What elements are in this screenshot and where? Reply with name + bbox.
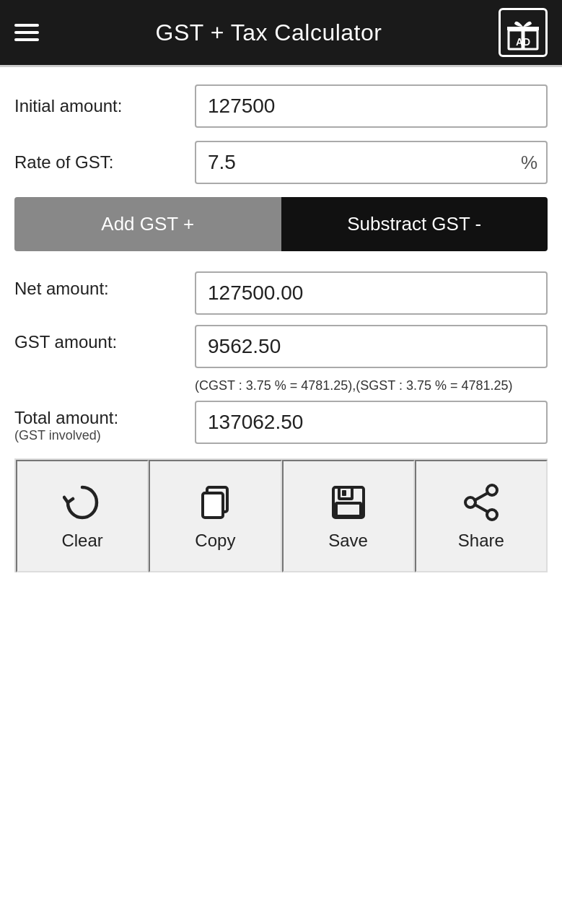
gst-amount-value: 9562.50 bbox=[195, 325, 548, 368]
copy-label: Copy bbox=[195, 531, 235, 551]
initial-amount-row: Initial amount: bbox=[14, 84, 548, 128]
net-amount-label: Net amount: bbox=[14, 271, 195, 299]
total-amount-value: 137062.50 bbox=[195, 401, 548, 444]
main-content: Initial amount: Rate of GST: % Add GST +… bbox=[0, 67, 562, 590]
copy-button[interactable]: Copy bbox=[149, 460, 281, 572]
initial-amount-label: Initial amount: bbox=[14, 96, 195, 116]
gift-svg: AD bbox=[501, 11, 545, 54]
total-amount-row: Total amount: (GST involved) 137062.50 bbox=[14, 401, 548, 444]
save-label: Save bbox=[328, 531, 368, 551]
clear-button[interactable]: Clear bbox=[16, 460, 149, 572]
ad-icon[interactable]: AD bbox=[499, 8, 548, 57]
total-amount-sublabel: (GST involved) bbox=[14, 428, 195, 443]
net-amount-value: 127500.00 bbox=[195, 271, 548, 315]
share-button[interactable]: Share bbox=[415, 460, 548, 572]
app-title: GST + Tax Calculator bbox=[156, 19, 382, 46]
svg-rect-9 bbox=[342, 490, 346, 496]
gst-amount-row: GST amount: 9562.50 bbox=[14, 325, 548, 368]
total-amount-label: Total amount: (GST involved) bbox=[14, 401, 195, 443]
save-icon bbox=[329, 483, 368, 522]
action-buttons-row: Clear Copy Save bbox=[14, 458, 548, 572]
svg-text:AD: AD bbox=[516, 36, 530, 48]
gst-amount-label: GST amount: bbox=[14, 325, 195, 352]
net-amount-row: Net amount: 127500.00 bbox=[14, 271, 548, 315]
rate-gst-input-wrapper: % bbox=[195, 141, 548, 184]
rate-gst-label: Rate of GST: bbox=[14, 152, 195, 173]
share-label: Share bbox=[458, 531, 504, 551]
svg-line-13 bbox=[475, 493, 488, 500]
rate-gst-row: Rate of GST: % bbox=[14, 141, 548, 184]
percent-suffix: % bbox=[521, 152, 537, 174]
add-gst-button[interactable]: Add GST + bbox=[14, 197, 281, 251]
svg-line-14 bbox=[475, 505, 488, 512]
rate-gst-input[interactable] bbox=[195, 141, 548, 184]
copy-icon bbox=[196, 483, 234, 522]
save-button[interactable]: Save bbox=[282, 460, 415, 572]
svg-rect-8 bbox=[336, 503, 361, 516]
clear-icon bbox=[63, 483, 102, 522]
svg-rect-5 bbox=[203, 493, 223, 518]
subtract-gst-button[interactable]: Substract GST - bbox=[281, 197, 548, 251]
svg-point-12 bbox=[465, 497, 475, 507]
initial-amount-input[interactable] bbox=[195, 84, 548, 128]
menu-button[interactable] bbox=[14, 24, 39, 41]
share-icon bbox=[462, 483, 501, 522]
gst-breakdown-text: (CGST : 3.75 % = 4781.25),(SGST : 3.75 %… bbox=[195, 378, 548, 393]
app-header: GST + Tax Calculator AD bbox=[0, 0, 562, 65]
clear-label: Clear bbox=[61, 531, 102, 551]
calculation-buttons: Add GST + Substract GST - bbox=[14, 197, 548, 251]
